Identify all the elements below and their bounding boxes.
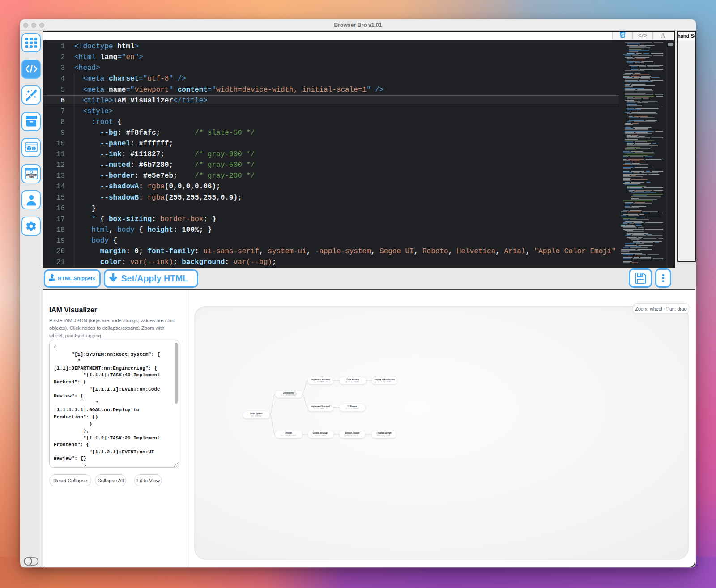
svg-text:[1.1.2] · TASK · 20: [1.1.2] · TASK · 20 (314, 408, 327, 409)
svg-text:BRO: BRO (29, 176, 34, 179)
svg-text:[1.1.2.1] · EVENT: [1.1.2.1] · EVENT (346, 408, 359, 409)
svg-text:[1.1] · DEPARTMENT: [1.1] · DEPARTMENT (281, 394, 297, 396)
svg-text:[1.2.1.1.1] · GOAL: [1.2.1.1.1] · GOAL (377, 435, 391, 436)
svg-text:[1.2] · DEPARTMENT: [1.2] · DEPARTMENT (281, 435, 297, 436)
svg-text:[1] · SYSTEM: [1] · SYSTEM (251, 415, 262, 417)
svg-text:[1.1.1.1.1] · GOAL: [1.1.1.1.1] · GOAL (378, 381, 391, 383)
svg-text:[1.1.1.1] · EVENT: [1.1.1.1] · EVENT (346, 381, 360, 383)
svg-text:[1.2.1] · TASK: [1.2.1] · TASK (315, 435, 326, 436)
svg-text:[1.1.1] · TASK · 40: [1.1.1] · TASK · 40 (314, 381, 327, 383)
svg-text:[1.2.1.1] · EVENT: [1.2.1.1] · EVENT (346, 435, 359, 436)
svg-text:i: i (33, 147, 34, 151)
